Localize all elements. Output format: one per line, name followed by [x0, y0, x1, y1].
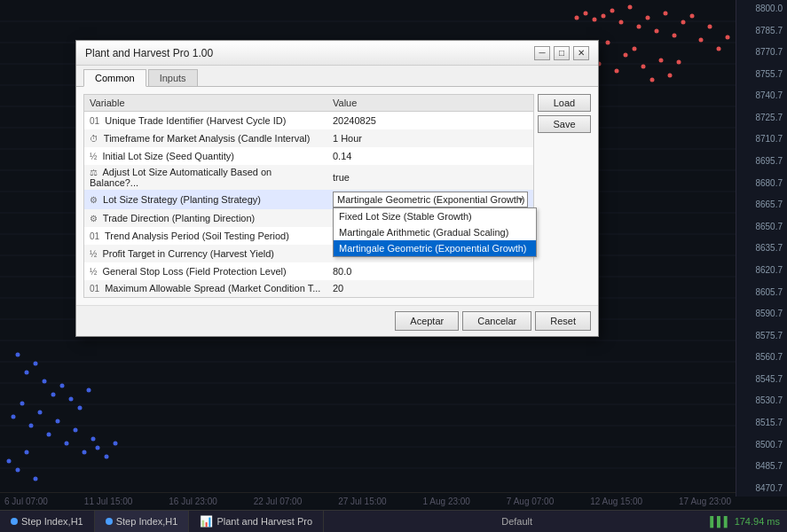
- taskbar-item-step-h1-active[interactable]: Step Index,H1: [95, 511, 190, 532]
- tab-inputs[interactable]: Inputs: [148, 69, 198, 86]
- row-variable: 01 Trend Analysis Period (Soil Testing P…: [84, 227, 328, 245]
- table-row: ½ General Stop Loss (Field Protection Le…: [84, 262, 534, 280]
- var-prefix: ⚙: [90, 214, 98, 223]
- table-row: ⏱ Timeframe for Market Analysis (Candle …: [84, 129, 534, 147]
- time-label: 16 Jul 23:00: [169, 497, 217, 506]
- svg-point-34: [655, 29, 659, 34]
- row-value: 20: [327, 280, 534, 298]
- dialog-controls: ─ □ ✕: [534, 46, 589, 60]
- dialog-footer: Aceptar Cancelar Reset: [76, 305, 598, 336]
- svg-point-51: [650, 78, 655, 82]
- row-value: true: [327, 165, 534, 190]
- price-label: 8500.7: [738, 440, 785, 450]
- dropdown-option-arithmetic[interactable]: Martingale Arithmetic (Gradual Scaling): [334, 224, 536, 240]
- svg-point-42: [726, 35, 730, 40]
- svg-point-37: [681, 20, 686, 25]
- dropdown-arrow-icon: ▼: [517, 195, 524, 203]
- time-label: 6 Jul 07:00: [4, 497, 48, 506]
- row-variable: ½ General Stop Loss (Field Protection Le…: [84, 262, 328, 280]
- svg-point-62: [78, 406, 83, 411]
- tab-common[interactable]: Common: [83, 69, 146, 87]
- price-label: 8785.7: [738, 26, 785, 35]
- price-label: 8635.7: [738, 243, 785, 253]
- taskbar-item-label: Step Index,H1: [116, 516, 178, 527]
- price-label: 8560.7: [738, 352, 785, 362]
- taskbar-item-label: Plant and Harvest Pro: [216, 516, 312, 527]
- lot-strategy-dropdown[interactable]: Martingale Geometric (Exponential Growth…: [333, 192, 528, 207]
- svg-point-59: [51, 393, 56, 397]
- var-name: Trade Direction (Planting Direction): [103, 213, 255, 223]
- table-row-dropdown[interactable]: ⚙ Lot Size Strategy (Planting Strategy) …: [84, 190, 534, 209]
- svg-point-28: [602, 14, 606, 19]
- price-label: 8740.7: [738, 90, 785, 100]
- minimize-button[interactable]: ─: [534, 46, 550, 60]
- svg-point-69: [56, 419, 60, 424]
- svg-point-30: [619, 20, 624, 25]
- cancel-button[interactable]: Cancelar: [462, 311, 531, 331]
- table-row: ⚖ Adjust Lot Size Automatically Based on…: [84, 165, 534, 190]
- svg-point-74: [96, 446, 100, 450]
- svg-point-63: [87, 388, 91, 393]
- svg-point-27: [593, 18, 597, 22]
- var-name: General Stop Loss (Field Protection Leve…: [102, 266, 286, 277]
- table-and-buttons: Variable Value 01 Unique Trade Identifie…: [83, 94, 591, 298]
- var-prefix: 01: [90, 231, 99, 241]
- save-button[interactable]: Save: [538, 115, 591, 133]
- taskbar-item-step-h1[interactable]: Step Index,H1: [0, 511, 95, 532]
- time-label: 1 Aug 23:00: [423, 497, 470, 506]
- svg-point-50: [641, 65, 646, 69]
- maximize-button[interactable]: □: [554, 46, 570, 60]
- row-value-dropdown[interactable]: Martingale Geometric (Exponential Growth…: [327, 190, 534, 209]
- var-name: Maximum Allowable Spread (Market Conditi…: [105, 283, 320, 293]
- price-label: 8650.7: [738, 222, 785, 231]
- dropdown-selected-value[interactable]: Martingale Geometric (Exponential Growth…: [333, 192, 528, 207]
- row-value: 0.14: [327, 147, 534, 165]
- svg-point-58: [43, 379, 47, 384]
- dropdown-selected-text: Martingale Geometric (Exponential Growth…: [337, 194, 525, 205]
- table-row: ½ Initial Lot Size (Seed Quantity) 0.14: [84, 147, 534, 165]
- var-prefix: 01: [90, 116, 99, 126]
- svg-point-38: [690, 14, 695, 19]
- table-row: 01 Maximum Allowable Spread (Market Cond…: [84, 280, 534, 298]
- svg-point-48: [624, 53, 628, 58]
- table-wrapper: Variable Value 01 Unique Trade Identifie…: [83, 94, 534, 298]
- price-label: 8665.7: [738, 200, 785, 209]
- time-label: 11 Jul 15:00: [84, 497, 133, 506]
- reset-button[interactable]: Reset: [535, 311, 591, 331]
- svg-point-68: [47, 433, 51, 437]
- status-time: 174.94 ms: [735, 516, 780, 527]
- svg-point-33: [646, 16, 650, 20]
- close-button[interactable]: ✕: [573, 46, 589, 60]
- time-label: 12 Aug 15:00: [590, 497, 642, 506]
- dialog-window: Plant and Harvest Pro 1.00 ─ □ ✕ Common …: [75, 40, 599, 337]
- var-prefix: ⏱: [90, 134, 98, 144]
- row-variable: ⚖ Adjust Lot Size Automatically Based on…: [84, 165, 328, 190]
- time-label: 22 Jul 07:00: [254, 497, 303, 506]
- dialog-content: Variable Value 01 Unique Trade Identifie…: [76, 87, 598, 305]
- load-button[interactable]: Load: [538, 94, 591, 112]
- var-name: Unique Trade Identifier (Harvest Cycle I…: [105, 115, 286, 126]
- taskbar-dot-icon: [106, 518, 113, 525]
- bars-icon: ▌▌▌: [710, 516, 730, 527]
- row-value: 20240825: [327, 112, 534, 129]
- status-label: Default: [501, 516, 532, 527]
- side-buttons: Load Save: [538, 94, 591, 133]
- svg-point-26: [584, 12, 588, 16]
- svg-point-54: [677, 60, 681, 65]
- time-label: 17 Aug 23:00: [679, 497, 731, 506]
- var-name: Initial Lot Size (Seed Quantity): [102, 151, 234, 161]
- dropdown-option-fixed[interactable]: Fixed Lot Size (Stable Growth): [334, 208, 536, 224]
- row-variable: ½ Profit Target in Currency (Harvest Yie…: [84, 245, 328, 262]
- var-prefix: 01: [90, 284, 99, 293]
- svg-point-79: [25, 450, 29, 455]
- price-label: 8470.7: [738, 483, 785, 493]
- dropdown-option-geometric[interactable]: Martingale Geometric (Exponential Growth…: [334, 240, 536, 256]
- price-label: 8800.0: [738, 4, 785, 13]
- accept-button[interactable]: Aceptar: [395, 311, 459, 331]
- var-prefix: ⚙: [90, 195, 98, 205]
- taskbar-item-label: Step Index,H1: [21, 516, 83, 527]
- taskbar-item-plant-harvest[interactable]: 📊 Plant and Harvest Pro: [189, 511, 324, 532]
- svg-point-41: [717, 47, 721, 51]
- svg-point-71: [74, 428, 78, 433]
- svg-point-78: [16, 468, 20, 473]
